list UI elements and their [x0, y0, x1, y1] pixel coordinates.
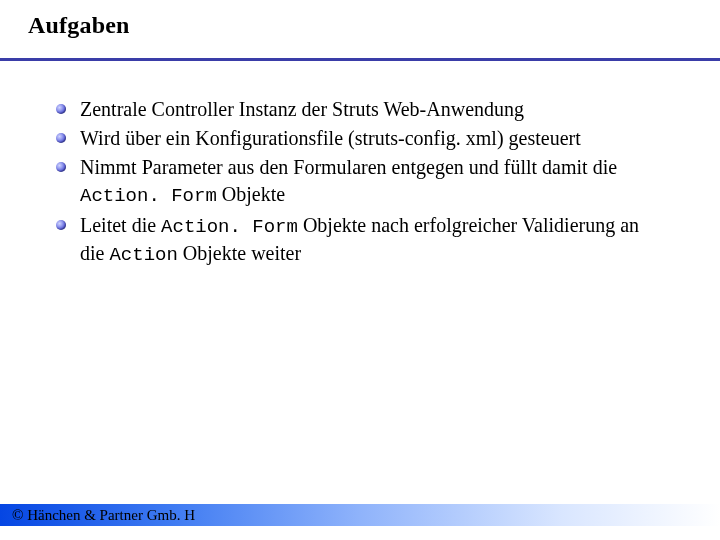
content-area: Zentrale Controller Instanz der Struts W…: [56, 96, 664, 271]
footer-text: © Hänchen & Partner Gmb. H: [12, 507, 195, 524]
bullet-item: Nimmt Parameter aus den Formularen entge…: [56, 154, 664, 210]
bullet-text: Nimmt Parameter aus den Formularen entge…: [80, 156, 617, 178]
slide-title: Aufgaben: [28, 12, 130, 39]
bullet-text: Objekte: [217, 183, 285, 205]
title-divider: [0, 58, 720, 61]
bullet-item: Wird über ein Konfigurationsfile (struts…: [56, 125, 664, 152]
bullet-text: Leitet die: [80, 214, 161, 236]
code-text: Action. Form: [161, 216, 298, 238]
bullet-text: Wird über ein Konfigurationsfile (struts…: [80, 127, 581, 149]
code-text: Action: [109, 244, 177, 266]
bullet-item: Zentrale Controller Instanz der Struts W…: [56, 96, 664, 123]
slide: Aufgaben Zentrale Controller Instanz der…: [0, 0, 720, 540]
bullet-text: Zentrale Controller Instanz der Struts W…: [80, 98, 524, 120]
bullet-list: Zentrale Controller Instanz der Struts W…: [56, 96, 664, 269]
bullet-item: Leitet die Action. Form Objekte nach erf…: [56, 212, 664, 269]
code-text: Action. Form: [80, 185, 217, 207]
bullet-text: Objekte weiter: [178, 242, 301, 264]
